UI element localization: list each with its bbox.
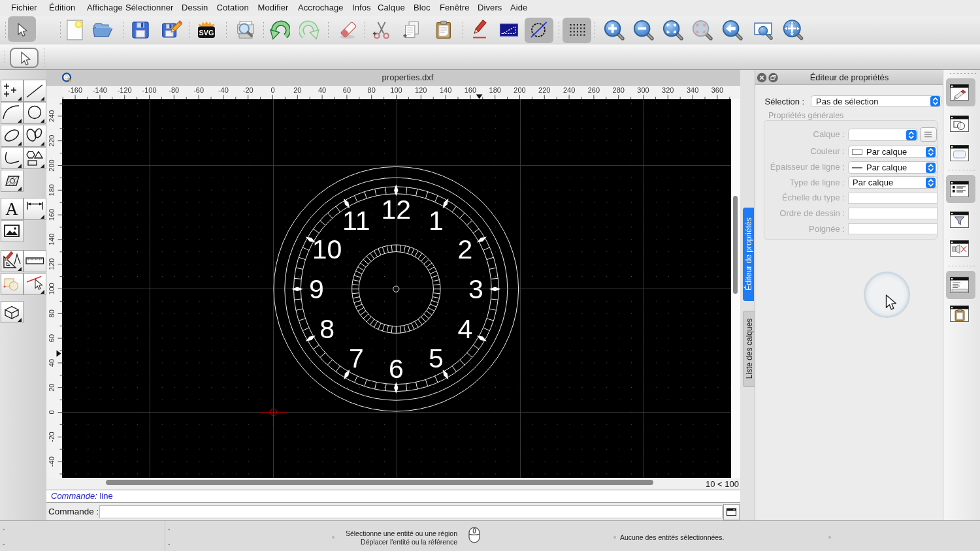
svg-text:200: 200 [47,159,55,171]
svg-text:12: 12 [381,195,411,225]
svg-text:220: 220 [538,86,550,94]
svg-text:300: 300 [637,86,649,94]
svg-text:100: 100 [390,86,402,94]
svg-text:11: 11 [342,206,370,236]
svg-text:20: 20 [293,86,301,94]
svg-text:140: 140 [47,234,55,245]
svg-text:3: 3 [468,274,483,304]
svg-text:9: 9 [309,274,324,304]
svg-text:-140: -140 [93,86,107,94]
svg-text:180: 180 [47,184,55,196]
svg-text:0: 0 [270,86,274,94]
svg-text:-20: -20 [47,432,55,442]
svg-text:280: 280 [613,86,625,94]
svg-text:340: 340 [687,86,698,94]
svg-text:260: 260 [588,86,600,94]
svg-text:SVG: SVG [199,29,214,37]
svg-text:180: 180 [489,86,501,94]
svg-text:220: 220 [47,135,55,147]
svg-text:100: 100 [47,283,55,294]
svg-text:40: 40 [318,86,326,94]
svg-text:5: 5 [429,343,444,373]
svg-text:2: 2 [458,234,473,264]
svg-text:240: 240 [563,86,575,94]
svg-text:80: 80 [47,309,55,317]
svg-text:60: 60 [343,86,351,94]
svg-text:4: 4 [458,314,473,344]
svg-text:80: 80 [368,86,376,94]
svg-text:120: 120 [47,259,55,270]
svg-text:A: A [5,199,18,219]
svg-text:20: 20 [47,384,55,392]
svg-text:60: 60 [47,334,55,342]
svg-text:0: 0 [47,410,55,414]
svg-text:1: 1 [429,206,444,236]
svg-text:40: 40 [47,359,55,367]
svg-text:160: 160 [47,209,55,221]
svg-text:8: 8 [319,314,335,344]
svg-text:160: 160 [465,86,476,94]
svg-text:140: 140 [440,86,451,94]
svg-text:360: 360 [711,86,723,94]
svg-text:6: 6 [389,354,404,384]
svg-text:7: 7 [349,343,364,373]
svg-text:-60: -60 [193,86,204,94]
svg-text:-80: -80 [169,86,179,94]
svg-text:240: 240 [47,110,55,122]
svg-text:200: 200 [514,86,525,94]
svg-text:10: 10 [312,234,342,264]
svg-text:320: 320 [662,86,674,94]
svg-text:-120: -120 [118,86,132,94]
svg-text:-40: -40 [47,456,55,467]
svg-text:120: 120 [415,86,427,94]
svg-text:-160: -160 [68,86,82,94]
svg-text:-20: -20 [243,86,253,94]
svg-text:-40: -40 [218,86,229,94]
svg-text:-100: -100 [142,86,156,94]
